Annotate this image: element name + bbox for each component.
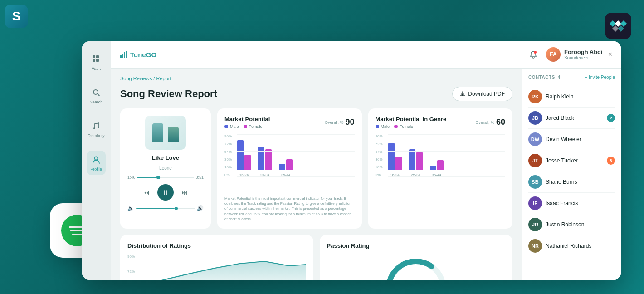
distribution-svg [140, 255, 306, 280]
logo: TuneGO [120, 51, 156, 59]
volume-track[interactable] [136, 208, 195, 209]
contact-avatar: RK [528, 90, 542, 103]
contact-avatar: IF [528, 196, 542, 210]
contacts-list: RKRalph KleinJBJared Black2DWDevin Wheel… [528, 86, 615, 256]
play-pause-button[interactable]: ⏸ [157, 184, 174, 201]
chart-area: 90% 72% 54% 36% 18% 0% [224, 134, 355, 184]
contacts-header: CONTACTS 4 + Invite People [528, 75, 615, 80]
contact-badge: 8 [607, 157, 615, 165]
genre-label-35-44: 35-44 [432, 173, 441, 177]
distributy-label: Distributy [88, 133, 105, 138]
main-content: TuneGO FA Foroogh Abdi [111, 41, 621, 280]
header: TuneGO FA Foroogh Abdi [111, 41, 621, 69]
tidal-app-icon [605, 13, 631, 39]
bar-label-35-44: 35-44 [281, 173, 290, 177]
genre-bar-16-24: 16-24 [388, 143, 402, 177]
contacts-title-area: CONTACTS 4 [528, 75, 560, 80]
contact-item[interactable]: IFIsaac Francis [528, 193, 615, 214]
contact-item[interactable]: RKRalph Klein [528, 86, 615, 108]
contact-avatar: JT [528, 154, 542, 167]
user-role: Soundeneer [564, 55, 603, 60]
song-artist: Leone [159, 166, 172, 171]
page-content: Song Reviews / Report Song Review Report… [111, 69, 522, 280]
chart-note: Market Potential is the most important c… [224, 196, 355, 221]
market-potential-chart: 90% 72% 54% 36% 18% 0% [224, 134, 355, 193]
svg-rect-2 [93, 59, 95, 62]
bar-label-16-24: 16-24 [239, 173, 249, 177]
genre-chart: 90% 72% 54% 36% 18% 0% [376, 134, 506, 193]
contact-item[interactable]: JBJared Black2 [528, 108, 615, 129]
player-controls: ⏮ ⏸ ⏭ [142, 184, 189, 201]
tidal-logo [610, 21, 626, 31]
contact-item[interactable]: SBShane Burns [528, 172, 615, 193]
sidebar-item-vault[interactable]: Vault [87, 50, 105, 74]
svg-rect-0 [93, 55, 95, 58]
search-label: Search [90, 100, 103, 104]
bar-female-35-44 [286, 159, 293, 170]
download-btn-label: Download PDF [468, 91, 505, 97]
contact-item[interactable]: NRNathaniel Richards [528, 235, 615, 256]
contacts-title: CONTACTS [528, 75, 555, 80]
contact-name: Devin Wheeler [546, 136, 615, 142]
svg-rect-11 [124, 52, 125, 58]
notification-button[interactable] [526, 47, 541, 62]
svg-rect-9 [120, 55, 122, 58]
legend-male-label: Male [230, 124, 239, 129]
genre-y-axis: 90% 72% 54% 36% 18% 0% [376, 134, 388, 184]
bar-group-16-24: 16-24 [237, 140, 251, 177]
contact-name: Isaac Francis [546, 200, 615, 206]
contact-badge: 2 [607, 114, 615, 122]
sidebar-item-profile[interactable]: Profile [87, 151, 106, 175]
sidebar-item-search[interactable]: Search [86, 83, 107, 108]
genre-overall-value: 60 [496, 118, 505, 127]
contacts-count: 4 [558, 75, 561, 80]
svg-point-6 [93, 127, 95, 129]
contact-avatar: NR [528, 239, 542, 253]
contact-item[interactable]: DWDevin Wheeler [528, 129, 615, 150]
gauge-svg [384, 255, 448, 280]
volume-min-icon: 🔈 [127, 205, 134, 211]
progress-bar[interactable] [137, 177, 194, 178]
volume-max-icon: 🔊 [197, 205, 204, 211]
vault-label: Vault [92, 66, 101, 71]
overall-badge: Overall, % 90 [325, 118, 355, 127]
user-icon [91, 154, 102, 165]
contact-item[interactable]: JRJustin Robinson [528, 214, 615, 235]
svg-point-13 [533, 51, 534, 52]
passion-rating-card: Passion Rating 70% [320, 235, 513, 280]
distribution-chart: 90% 72% 54% [127, 255, 306, 280]
volume-fill [136, 208, 175, 209]
album-art [145, 116, 186, 150]
contact-name: Justin Robinson [546, 221, 615, 228]
prev-button[interactable]: ⏮ [142, 188, 151, 197]
svg-rect-12 [126, 51, 127, 58]
genre-bars-container: 16-24 25-34 [388, 134, 506, 184]
contact-name: Shane Burns [546, 179, 615, 185]
music-player-card: Like Love Leone 1:46 3:51 ⏮ ⏸ [120, 108, 211, 229]
close-button[interactable]: × [608, 50, 612, 59]
user-details: Foroogh Abdi Soundeneer [564, 49, 603, 60]
page-title-row: Song Review Report Download PDF [120, 87, 512, 101]
progress-bar-container: 1:46 3:51 [127, 175, 204, 180]
next-button[interactable]: ⏭ [180, 188, 189, 197]
contact-avatar: SB [528, 175, 542, 189]
svg-line-5 [98, 94, 99, 96]
contact-item[interactable]: JTJesse Tucker8 [528, 150, 615, 172]
market-potential-legend: Male Female [224, 124, 270, 129]
bar-male-35-44 [279, 164, 285, 170]
genre-overall-label: Overall, % [475, 120, 494, 125]
grid-icon [91, 54, 102, 64]
volume-dot [175, 207, 178, 210]
genre-chart-area: 90% 72% 54% 36% 18% 0% [376, 134, 506, 184]
genre-bar-25-34: 25-34 [409, 149, 423, 177]
sidebar-item-distributy[interactable]: Distributy [84, 117, 108, 142]
invite-people-button[interactable]: + Invite People [585, 75, 615, 80]
content-area: Song Reviews / Report Song Review Report… [111, 69, 621, 280]
download-pdf-button[interactable]: Download PDF [452, 87, 512, 101]
passion-title: Passion Rating [327, 242, 506, 249]
genre-legend-male: Male [376, 124, 390, 129]
svg-point-7 [98, 127, 99, 128]
bar-female-25-34 [265, 149, 272, 170]
genre-header: Market Potential in Genre Male Female [376, 116, 506, 129]
song-title: Like Love [152, 154, 179, 161]
